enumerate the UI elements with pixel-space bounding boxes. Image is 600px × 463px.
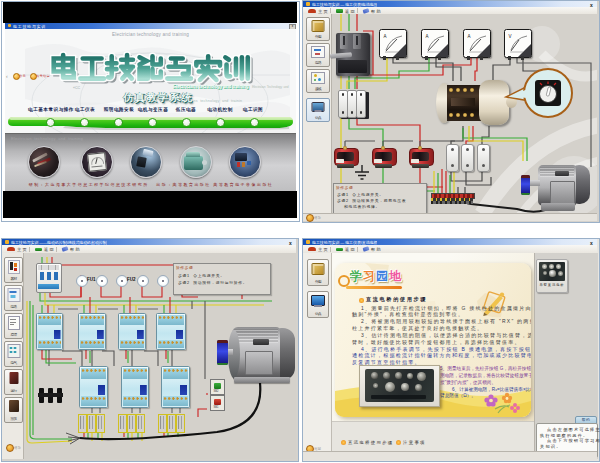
svg-text:V: V	[509, 34, 512, 39]
svg-text:A: A	[384, 34, 387, 39]
svg-text:A: A	[468, 34, 471, 39]
svg-text:A: A	[426, 34, 429, 39]
